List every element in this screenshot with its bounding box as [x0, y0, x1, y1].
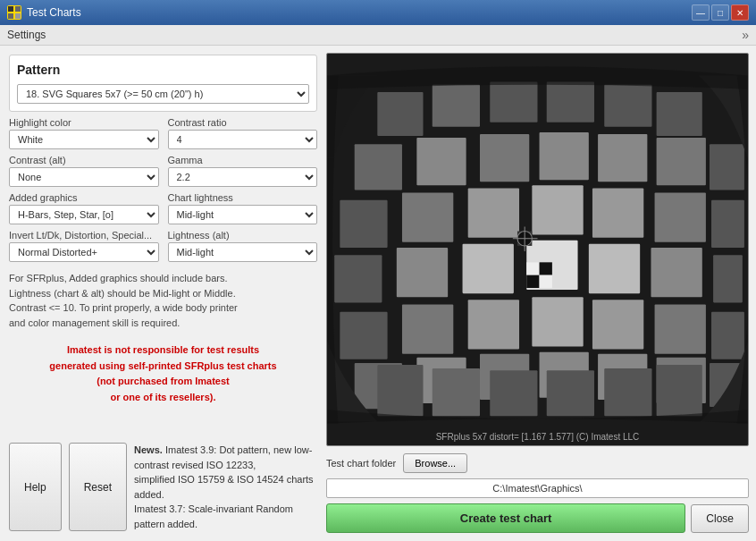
svg-rect-26 [397, 248, 448, 297]
svg-rect-36 [592, 300, 643, 349]
title-bar: Test Charts — □ ✕ [0, 0, 756, 25]
folder-label: Test chart folder [326, 458, 396, 469]
svg-rect-20 [468, 188, 519, 237]
svg-rect-3 [15, 13, 21, 19]
pattern-section: Pattern 18. SVG Squares 5x7 (>= 50 cm (2… [9, 55, 317, 112]
added-graphics-select[interactable]: H-Bars, Step, Star, [o] [9, 205, 159, 224]
gamma-group: Gamma 2.2 [168, 155, 318, 187]
main-content: Pattern 18. SVG Squares 5x7 (>= 50 cm (2… [0, 46, 756, 540]
contrast-ratio-group: Contrast ratio 4 [168, 117, 318, 149]
svg-rect-47 [433, 368, 480, 416]
chart-lightness-label: Chart lightness [168, 192, 318, 203]
help-button[interactable]: Help [9, 443, 62, 531]
pattern-select-wrapper: 18. SVG Squares 5x7 (>= 50 cm (20") h) [17, 84, 309, 104]
svg-rect-58 [526, 275, 539, 288]
news-title: News. [134, 444, 163, 455]
bottom-left-row: Help Reset News. Imatest 3.9: Dot patter… [9, 443, 317, 531]
svg-rect-7 [490, 82, 537, 123]
svg-rect-38 [711, 312, 744, 359]
svg-rect-19 [402, 193, 453, 242]
maximize-button[interactable]: □ [711, 4, 729, 21]
highlight-color-group: Highlight color White [9, 117, 159, 149]
contrast-alt-select[interactable]: None [9, 167, 159, 187]
minimize-button[interactable]: — [692, 4, 710, 21]
svg-rect-32 [340, 312, 387, 359]
svg-rect-59 [540, 275, 552, 288]
window-close-button[interactable]: ✕ [731, 4, 749, 21]
warning-text: Imatest is not responsible for test resu… [9, 339, 317, 409]
chart-lightness-select[interactable]: Mid-light [168, 205, 318, 224]
create-test-chart-button[interactable]: Create test chart [326, 503, 685, 533]
title-text: Test Charts [27, 6, 81, 19]
invert-lt-dk-select[interactable]: Normal Distorted+ [9, 242, 159, 262]
gamma-label: Gamma [168, 155, 318, 165]
svg-rect-37 [655, 304, 706, 353]
svg-rect-21 [532, 185, 583, 234]
app-icon [7, 5, 21, 20]
menu-bar: Settings » [0, 25, 756, 46]
svg-rect-15 [598, 134, 647, 182]
lightness-alt-select[interactable]: Mid-light [168, 242, 318, 262]
svg-rect-1 [15, 6, 21, 12]
svg-rect-57 [540, 262, 552, 275]
lightness-alt-group: Lightness (alt) Mid-light [168, 230, 318, 262]
pattern-section-title: Pattern [17, 63, 309, 77]
news-box: News. Imatest 3.9: Dot pattern, new low-… [134, 443, 317, 531]
reset-button[interactable]: Reset [69, 443, 127, 531]
svg-rect-16 [657, 138, 706, 185]
highlight-color-label: Highlight color [9, 117, 159, 128]
pattern-select[interactable]: 18. SVG Squares 5x7 (>= 50 cm (20") h) [17, 84, 309, 104]
svg-rect-18 [340, 200, 387, 248]
svg-rect-11 [355, 144, 402, 190]
title-buttons: — □ ✕ [692, 4, 749, 21]
svg-rect-2 [8, 13, 13, 19]
svg-rect-5 [377, 92, 423, 136]
svg-rect-17 [710, 144, 744, 190]
right-panel: SFRplus 5x7 distort= [1.167 1.577] (C) I… [326, 46, 756, 540]
contrast-alt-label: Contrast (alt) [9, 155, 159, 165]
news-item-1: Imatest 3.9: Dot pattern, new low-contra… [134, 444, 314, 529]
svg-rect-46 [377, 365, 423, 416]
svg-rect-56 [526, 262, 539, 275]
svg-rect-10 [657, 92, 702, 136]
svg-rect-30 [651, 248, 701, 297]
svg-rect-8 [547, 82, 594, 123]
contrast-ratio-select[interactable]: 4 [168, 130, 318, 149]
svg-rect-14 [540, 132, 589, 180]
added-graphics-label: Added graphics [9, 192, 159, 203]
menu-arrow-icon: » [742, 28, 749, 42]
svg-rect-13 [480, 134, 529, 182]
svg-rect-35 [532, 297, 583, 346]
svg-rect-22 [592, 188, 643, 237]
chart-svg [327, 54, 748, 445]
folder-path: C:\Imatest\Graphics\ [326, 478, 749, 498]
title-bar-left: Test Charts [7, 5, 81, 20]
contrast-alt-group: Contrast (alt) None [9, 155, 159, 187]
svg-rect-31 [713, 255, 743, 302]
close-dialog-button[interactable]: Close [691, 504, 749, 533]
browse-button[interactable]: Browse... [403, 453, 467, 473]
invert-lt-dk-label: Invert Lt/Dk, Distortion, Special... [9, 230, 159, 241]
gamma-select[interactable]: 2.2 [168, 167, 318, 187]
svg-rect-49 [547, 370, 594, 416]
svg-rect-6 [433, 85, 480, 127]
folder-row: Test chart folder Browse... [326, 453, 749, 473]
menu-settings-label[interactable]: Settings [7, 29, 46, 41]
svg-rect-33 [402, 304, 453, 353]
left-panel: Pattern 18. SVG Squares 5x7 (>= 50 cm (2… [0, 46, 326, 540]
svg-rect-12 [416, 138, 466, 185]
settings-grid: Highlight color White Contrast ratio 4 C… [9, 117, 317, 262]
lightness-alt-label: Lightness (alt) [168, 230, 318, 241]
chart-preview-label: SFRplus 5x7 distort= [1.167 1.577] (C) I… [436, 432, 640, 442]
svg-rect-9 [604, 85, 651, 127]
contrast-ratio-label: Contrast ratio [168, 117, 318, 128]
added-graphics-group: Added graphics H-Bars, Step, Star, [o] [9, 192, 159, 224]
action-row: Create test chart Close [326, 503, 749, 533]
svg-rect-29 [589, 244, 640, 293]
bottom-right-controls: Test chart folder Browse... C:\Imatest\G… [326, 453, 749, 533]
svg-rect-24 [711, 200, 744, 248]
svg-rect-23 [655, 193, 706, 242]
svg-rect-51 [657, 365, 702, 416]
chart-preview: SFRplus 5x7 distort= [1.167 1.577] (C) I… [326, 53, 749, 446]
highlight-color-select[interactable]: White [9, 130, 159, 149]
